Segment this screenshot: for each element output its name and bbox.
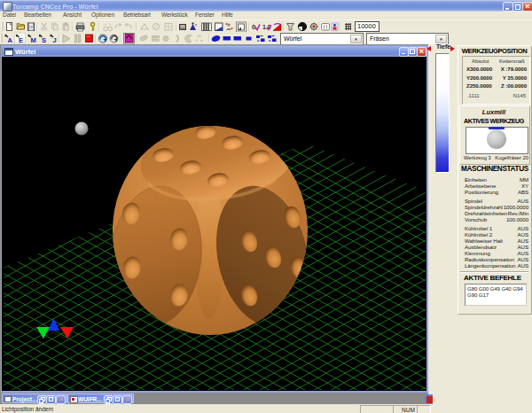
svg-text:M: M [31, 36, 36, 44]
svg-text:0: 0 [252, 23, 256, 31]
svg-text:A: A [8, 36, 13, 44]
svg-text:J: J [53, 36, 57, 44]
svg-text:E: E [19, 36, 23, 44]
svg-text:S: S [42, 36, 46, 44]
